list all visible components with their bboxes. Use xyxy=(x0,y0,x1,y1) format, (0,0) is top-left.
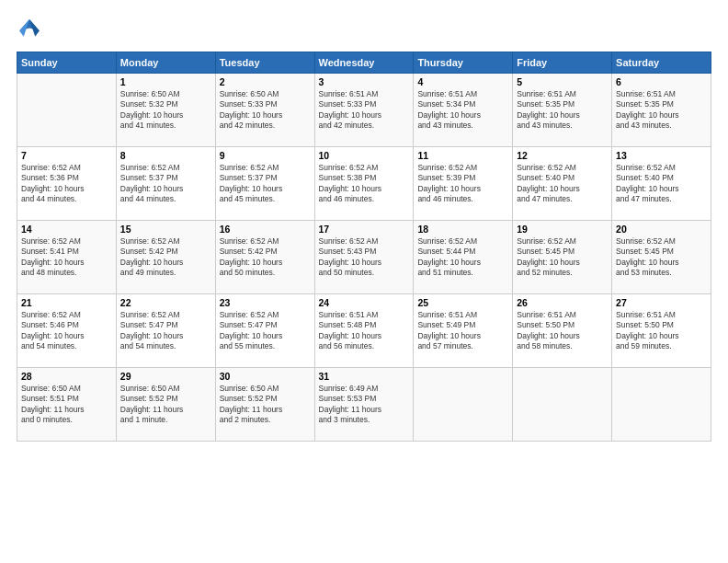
day-number: 15 xyxy=(120,224,211,235)
day-info: Sunrise: 6:51 AM Sunset: 5:35 PM Dayligh… xyxy=(616,89,707,132)
day-info: Sunrise: 6:49 AM Sunset: 5:53 PM Dayligh… xyxy=(319,384,410,426)
calendar-cell: 4Sunrise: 6:51 AM Sunset: 5:34 PM Daylig… xyxy=(414,74,513,147)
calendar-cell xyxy=(513,368,612,442)
calendar-cell: 2Sunrise: 6:50 AM Sunset: 5:33 PM Daylig… xyxy=(215,74,314,147)
calendar-cell: 27Sunrise: 6:51 AM Sunset: 5:50 PM Dayli… xyxy=(612,294,711,368)
day-info: Sunrise: 6:52 AM Sunset: 5:42 PM Dayligh… xyxy=(220,236,311,279)
weekday-header-saturday: Saturday xyxy=(612,52,711,74)
day-number: 31 xyxy=(319,371,410,382)
calendar-table: SundayMondayTuesdayWednesdayThursdayFrid… xyxy=(17,52,711,442)
day-info: Sunrise: 6:52 AM Sunset: 5:44 PM Dayligh… xyxy=(417,236,508,279)
day-number: 20 xyxy=(616,224,707,235)
calendar-week-row: 14Sunrise: 6:52 AM Sunset: 5:41 PM Dayli… xyxy=(17,221,711,294)
day-info: Sunrise: 6:51 AM Sunset: 5:35 PM Dayligh… xyxy=(517,89,608,132)
day-info: Sunrise: 6:52 AM Sunset: 5:41 PM Dayligh… xyxy=(21,236,112,279)
day-number: 18 xyxy=(417,224,508,235)
day-info: Sunrise: 6:52 AM Sunset: 5:45 PM Dayligh… xyxy=(616,236,707,279)
day-info: Sunrise: 6:51 AM Sunset: 5:49 PM Dayligh… xyxy=(417,310,508,352)
day-number: 12 xyxy=(517,150,608,161)
day-number: 29 xyxy=(120,371,211,382)
calendar-cell: 31Sunrise: 6:49 AM Sunset: 5:53 PM Dayli… xyxy=(314,368,414,442)
calendar-cell: 18Sunrise: 6:52 AM Sunset: 5:44 PM Dayli… xyxy=(414,221,513,294)
day-info: Sunrise: 6:52 AM Sunset: 5:36 PM Dayligh… xyxy=(21,163,112,205)
day-info: Sunrise: 6:50 AM Sunset: 5:51 PM Dayligh… xyxy=(21,384,112,426)
day-info: Sunrise: 6:52 AM Sunset: 5:42 PM Dayligh… xyxy=(120,236,211,279)
calendar-cell: 6Sunrise: 6:51 AM Sunset: 5:35 PM Daylig… xyxy=(612,74,711,147)
weekday-header-wednesday: Wednesday xyxy=(314,52,414,74)
calendar-cell: 26Sunrise: 6:51 AM Sunset: 5:50 PM Dayli… xyxy=(513,294,612,368)
day-info: Sunrise: 6:50 AM Sunset: 5:52 PM Dayligh… xyxy=(220,384,311,426)
weekday-header-row: SundayMondayTuesdayWednesdayThursdayFrid… xyxy=(17,52,711,74)
day-info: Sunrise: 6:52 AM Sunset: 5:43 PM Dayligh… xyxy=(319,236,410,279)
day-number: 14 xyxy=(21,224,112,235)
day-number: 2 xyxy=(220,76,311,87)
day-info: Sunrise: 6:52 AM Sunset: 5:39 PM Dayligh… xyxy=(417,163,508,205)
calendar-cell xyxy=(414,368,513,442)
day-info: Sunrise: 6:50 AM Sunset: 5:32 PM Dayligh… xyxy=(120,89,211,132)
page: SundayMondayTuesdayWednesdayThursdayFrid… xyxy=(0,0,728,563)
calendar-cell: 3Sunrise: 6:51 AM Sunset: 5:33 PM Daylig… xyxy=(314,74,414,147)
day-number: 21 xyxy=(21,297,112,308)
day-info: Sunrise: 6:52 AM Sunset: 5:47 PM Dayligh… xyxy=(120,310,211,352)
calendar-cell: 30Sunrise: 6:50 AM Sunset: 5:52 PM Dayli… xyxy=(215,368,314,442)
calendar-cell: 7Sunrise: 6:52 AM Sunset: 5:36 PM Daylig… xyxy=(17,147,117,221)
calendar-cell: 11Sunrise: 6:52 AM Sunset: 5:39 PM Dayli… xyxy=(414,147,513,221)
day-number: 26 xyxy=(517,297,608,308)
day-number: 1 xyxy=(120,76,211,87)
day-info: Sunrise: 6:51 AM Sunset: 5:50 PM Dayligh… xyxy=(616,310,707,352)
calendar-cell: 8Sunrise: 6:52 AM Sunset: 5:37 PM Daylig… xyxy=(116,147,215,221)
calendar-cell: 19Sunrise: 6:52 AM Sunset: 5:45 PM Dayli… xyxy=(513,221,612,294)
calendar-cell: 23Sunrise: 6:52 AM Sunset: 5:47 PM Dayli… xyxy=(215,294,314,368)
calendar-cell: 25Sunrise: 6:51 AM Sunset: 5:49 PM Dayli… xyxy=(414,294,513,368)
calendar-cell: 9Sunrise: 6:52 AM Sunset: 5:37 PM Daylig… xyxy=(215,147,314,221)
calendar-week-row: 1Sunrise: 6:50 AM Sunset: 5:32 PM Daylig… xyxy=(17,74,711,147)
day-info: Sunrise: 6:52 AM Sunset: 5:45 PM Dayligh… xyxy=(517,236,608,279)
calendar-cell xyxy=(17,74,117,147)
day-number: 19 xyxy=(517,224,608,235)
calendar-cell: 13Sunrise: 6:52 AM Sunset: 5:40 PM Dayli… xyxy=(612,147,711,221)
calendar-week-row: 28Sunrise: 6:50 AM Sunset: 5:51 PM Dayli… xyxy=(17,368,711,442)
day-info: Sunrise: 6:52 AM Sunset: 5:38 PM Dayligh… xyxy=(319,163,410,205)
logo-icon xyxy=(17,17,42,42)
weekday-header-thursday: Thursday xyxy=(414,52,513,74)
calendar-week-row: 7Sunrise: 6:52 AM Sunset: 5:36 PM Daylig… xyxy=(17,147,711,221)
calendar-cell: 10Sunrise: 6:52 AM Sunset: 5:38 PM Dayli… xyxy=(314,147,414,221)
day-number: 17 xyxy=(319,224,410,235)
calendar-cell: 14Sunrise: 6:52 AM Sunset: 5:41 PM Dayli… xyxy=(17,221,117,294)
calendar-cell xyxy=(612,368,711,442)
day-number: 7 xyxy=(21,150,112,161)
day-info: Sunrise: 6:52 AM Sunset: 5:47 PM Dayligh… xyxy=(220,310,311,352)
day-number: 23 xyxy=(220,297,311,308)
day-number: 11 xyxy=(417,150,508,161)
calendar-cell: 17Sunrise: 6:52 AM Sunset: 5:43 PM Dayli… xyxy=(314,221,414,294)
calendar-cell: 22Sunrise: 6:52 AM Sunset: 5:47 PM Dayli… xyxy=(116,294,215,368)
calendar-cell: 24Sunrise: 6:51 AM Sunset: 5:48 PM Dayli… xyxy=(314,294,414,368)
day-info: Sunrise: 6:51 AM Sunset: 5:34 PM Dayligh… xyxy=(417,89,508,132)
weekday-header-monday: Monday xyxy=(116,52,215,74)
day-number: 13 xyxy=(616,150,707,161)
day-info: Sunrise: 6:52 AM Sunset: 5:37 PM Dayligh… xyxy=(220,163,311,205)
weekday-header-sunday: Sunday xyxy=(17,52,117,74)
calendar-week-row: 21Sunrise: 6:52 AM Sunset: 5:46 PM Dayli… xyxy=(17,294,711,368)
day-number: 4 xyxy=(417,76,508,87)
day-number: 10 xyxy=(319,150,410,161)
calendar-cell: 15Sunrise: 6:52 AM Sunset: 5:42 PM Dayli… xyxy=(116,221,215,294)
weekday-header-friday: Friday xyxy=(513,52,612,74)
calendar-cell: 21Sunrise: 6:52 AM Sunset: 5:46 PM Dayli… xyxy=(17,294,117,368)
day-number: 6 xyxy=(616,76,707,87)
header xyxy=(17,17,711,42)
day-number: 16 xyxy=(220,224,311,235)
logo xyxy=(17,17,46,42)
day-number: 8 xyxy=(120,150,211,161)
day-info: Sunrise: 6:51 AM Sunset: 5:33 PM Dayligh… xyxy=(319,89,410,132)
day-number: 27 xyxy=(616,297,707,308)
day-info: Sunrise: 6:52 AM Sunset: 5:46 PM Dayligh… xyxy=(21,310,112,352)
day-number: 22 xyxy=(120,297,211,308)
day-number: 3 xyxy=(319,76,410,87)
day-info: Sunrise: 6:50 AM Sunset: 5:52 PM Dayligh… xyxy=(120,384,211,426)
day-number: 24 xyxy=(319,297,410,308)
day-info: Sunrise: 6:51 AM Sunset: 5:50 PM Dayligh… xyxy=(517,310,608,352)
day-info: Sunrise: 6:52 AM Sunset: 5:40 PM Dayligh… xyxy=(517,163,608,205)
calendar-cell: 20Sunrise: 6:52 AM Sunset: 5:45 PM Dayli… xyxy=(612,221,711,294)
calendar-cell: 29Sunrise: 6:50 AM Sunset: 5:52 PM Dayli… xyxy=(116,368,215,442)
